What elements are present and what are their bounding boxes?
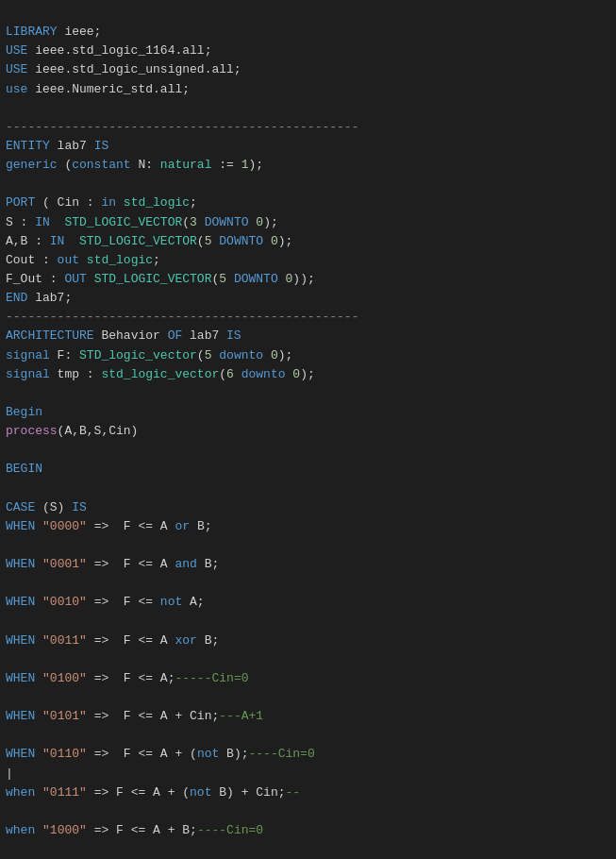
line-11: S : IN STD_LOGIC_VECTOR(3 DOWNTO 0); (6, 215, 278, 229)
line-12: A,B : IN STD_LOGIC_VECTOR(5 DOWNTO 0); (6, 234, 292, 248)
line-14: F_Out : OUT STD_LOGIC_VECTOR(5 DOWNTO 0)… (6, 272, 315, 286)
line-10: PORT ( Cin : in std_logic; (6, 195, 197, 210)
line-31: WHEN "0010" => F <= not A; (6, 595, 205, 609)
line-7: ENTITY lab7 IS (6, 139, 108, 153)
line-24: BEGIN (6, 462, 42, 476)
line-40: | (6, 766, 13, 781)
line-18: signal F: STD_logic_vector(5 downto 0); (6, 348, 292, 362)
line-3: USE ieee.std_logic_unsigned.all; (6, 62, 241, 76)
line-1: LIBRARY ieee; (6, 25, 101, 39)
line-33: WHEN "0011" => F <= A xor B; (6, 633, 219, 648)
line-21: Begin (6, 405, 42, 419)
line-26: CASE (S) IS (6, 500, 87, 514)
line-17: ARCHITECTURE Behavior OF lab7 IS (6, 328, 241, 343)
line-8: generic (constant N: natural := 1); (6, 158, 263, 172)
line-37: WHEN "0101" => F <= A + Cin;---A+1 (6, 709, 263, 723)
line-16: ----------------------------------------… (6, 310, 358, 324)
line-22: process(A,B,S,Cin) (6, 424, 138, 438)
line-35: WHEN "0100" => F <= A;-----Cin=0 (6, 671, 248, 685)
line-43: when "1000" => F <= A + B;----Cin=0 (6, 823, 263, 837)
line-39: WHEN "0110" => F <= A + (not B);----Cin=… (6, 747, 315, 761)
line-2: USE ieee.std_logic_1164.all; (6, 43, 211, 58)
line-41: when "0111" => F <= A + (not B) + Cin;-- (6, 785, 300, 800)
line-29: WHEN "0001" => F <= A and B; (6, 557, 219, 571)
line-6: ----------------------------------------… (6, 120, 358, 134)
line-13: Cout : out std_logic; (6, 253, 160, 267)
line-15: END lab7; (6, 291, 72, 305)
line-19: signal tmp : std_logic_vector(6 downto 0… (6, 367, 315, 381)
line-27: WHEN "0000" => F <= A or B; (6, 519, 211, 533)
line-4: use ieee.Numeric_std.all; (6, 82, 190, 96)
code-editor: LIBRARY ieee; USE ieee.std_logic_1164.al… (0, 0, 616, 859)
